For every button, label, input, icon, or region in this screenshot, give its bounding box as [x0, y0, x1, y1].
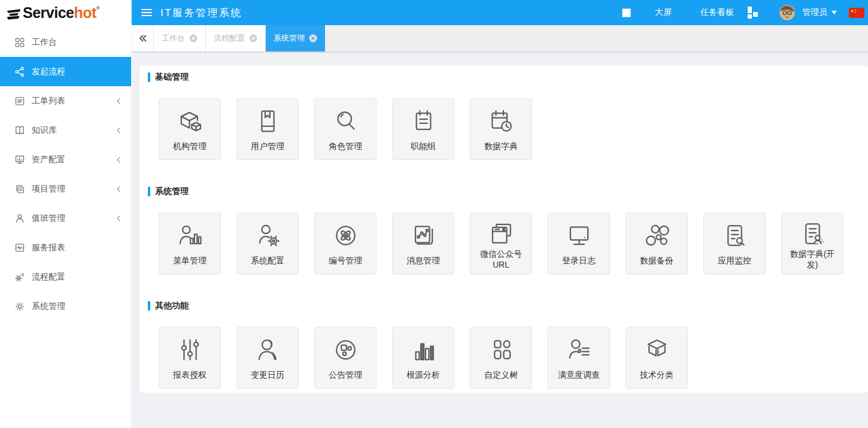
- tab-close-icon[interactable]: [189, 34, 198, 43]
- china-flag-icon[interactable]: [849, 8, 864, 18]
- card-app-monitor[interactable]: 应用监控: [703, 213, 766, 274]
- fullscreen-icon[interactable]: [622, 8, 631, 17]
- big-screen-button[interactable]: 大屏: [655, 7, 672, 18]
- card-root-cause-analysis[interactable]: 根源分析: [392, 327, 454, 388]
- sidebar-item-label: 系统管理: [32, 301, 65, 312]
- work-order-icon: [14, 96, 25, 107]
- card-role-management[interactable]: 角色管理: [314, 98, 377, 160]
- content-panel: 基础管理 机构管理 用户管理: [139, 66, 868, 393]
- section-accent-bar: [148, 301, 150, 311]
- card-label: 登录日志: [548, 252, 609, 274]
- card-label: 报表授权: [159, 366, 220, 388]
- card-row: 机构管理 用户管理 角色管理: [159, 98, 868, 160]
- sidebar: Servicehot® 工作台 发起流程 工单列表: [0, 0, 132, 428]
- card-function-group[interactable]: 职能组: [392, 98, 454, 160]
- tab-system-management[interactable]: 系统管理: [266, 25, 325, 51]
- card-label: 用户管理: [237, 138, 298, 159]
- content-area: 基础管理 机构管理 用户管理: [132, 53, 868, 428]
- chevron-left-icon: [116, 215, 122, 222]
- card-org-management[interactable]: 机构管理: [159, 98, 221, 160]
- role-magnifier-icon: [332, 108, 359, 135]
- sidebar-item-system-management[interactable]: 系统管理: [0, 292, 131, 321]
- user-menu[interactable]: 管理员: [802, 7, 837, 18]
- card-label: 消息管理: [393, 252, 454, 274]
- card-data-dictionary[interactable]: 数据字典: [470, 98, 532, 160]
- card-login-log[interactable]: 登录日志: [548, 213, 610, 274]
- section-accent-bar: [148, 187, 150, 196]
- project-docs-icon: [14, 184, 25, 195]
- app-title: IT服务管理系统: [160, 6, 242, 20]
- card-label: 根源分析: [393, 366, 454, 388]
- sidebar-item-work-orders[interactable]: 工单列表: [0, 86, 131, 116]
- tab-close-icon[interactable]: [249, 34, 257, 43]
- user-avatar[interactable]: [779, 5, 795, 20]
- sidebar-item-knowledge-base[interactable]: 知识库: [0, 116, 131, 145]
- card-wechat-url[interactable]: 微信公众号URL: [470, 213, 532, 274]
- duty-person-icon: [14, 213, 25, 224]
- sidebar-item-service-reports[interactable]: 服务报表: [0, 233, 131, 262]
- knowledge-base-icon: [14, 125, 25, 136]
- wechat-windows-icon: [488, 220, 515, 247]
- tab-bar: 工作台 流程配置 系统管理: [132, 25, 868, 53]
- card-label: 满意度调查: [548, 366, 609, 388]
- card-data-backup[interactable]: 数据备份: [626, 213, 688, 274]
- card-label: 微信公众号URL: [471, 249, 532, 274]
- card-system-config[interactable]: 系统配置: [236, 213, 299, 274]
- card-tech-classification[interactable]: 技术分类: [626, 327, 688, 388]
- card-label: 应用监控: [704, 252, 765, 274]
- card-data-dictionary-dev[interactable]: 数据字典(开发): [781, 213, 843, 274]
- logo-hot: hot: [74, 4, 96, 21]
- person-double-icon: [254, 336, 281, 363]
- tab-workbench[interactable]: 工作台: [154, 25, 206, 51]
- section-title: 其他功能: [155, 300, 189, 311]
- card-message-management[interactable]: 消息管理: [392, 213, 454, 274]
- hamburger-menu-icon[interactable]: [141, 8, 152, 17]
- sidebar-item-asset-config[interactable]: 资产配置: [0, 145, 131, 174]
- atom-icon: [332, 222, 359, 249]
- section-system-management: 系统管理 菜单管理 系统配置: [139, 186, 868, 274]
- sidebar-item-start-process[interactable]: 发起流程: [0, 57, 131, 86]
- collapse-tabs-button[interactable]: [132, 25, 154, 51]
- task-board-button[interactable]: 任务看板: [700, 7, 734, 18]
- sidebar-item-label: 工单列表: [32, 96, 65, 107]
- dashboard-layout-icon[interactable]: [747, 6, 759, 20]
- username: 管理员: [802, 7, 827, 18]
- sidebar-item-label: 发起流程: [32, 66, 65, 77]
- sidebar-item-process-config[interactable]: 流程配置: [0, 262, 131, 292]
- tab-process-config[interactable]: 流程配置: [206, 25, 266, 51]
- card-row: 报表授权 变更日历 公告管理: [159, 327, 868, 388]
- header-actions: 大屏 任务看板 管理员: [622, 5, 868, 20]
- sidebar-item-duty-management[interactable]: 值班管理: [0, 204, 131, 233]
- section-other-functions: 其他功能 报表授权 变更日历: [139, 300, 868, 388]
- logo-s-icon: [6, 7, 22, 22]
- card-user-management[interactable]: 用户管理: [236, 98, 299, 160]
- card-custom-tree[interactable]: 自定义树: [470, 327, 532, 388]
- card-number-management[interactable]: 编号管理: [314, 213, 377, 274]
- section-header: 基础管理: [148, 72, 868, 83]
- asset-config-icon: [14, 154, 25, 165]
- sidebar-item-workbench[interactable]: 工作台: [0, 28, 131, 57]
- tab-label: 流程配置: [214, 33, 245, 44]
- doc-person-icon: [799, 220, 826, 247]
- section-title: 系统管理: [155, 186, 189, 197]
- sidebar-item-project-management[interactable]: 项目管理: [0, 174, 131, 204]
- card-satisfaction-survey[interactable]: 满意度调查: [548, 327, 610, 388]
- card-report-authorization[interactable]: 报表授权: [159, 327, 221, 388]
- card-change-calendar[interactable]: 变更日历: [236, 327, 299, 388]
- card-menu-management[interactable]: 菜单管理: [159, 213, 221, 274]
- card-announcement-management[interactable]: 公告管理: [314, 327, 377, 388]
- chevron-left-icon: [116, 98, 122, 105]
- calendar-clock-icon: [488, 108, 515, 135]
- tab-close-icon[interactable]: [309, 34, 317, 43]
- user-book-icon: [254, 108, 281, 135]
- circle-squares-icon: [332, 336, 359, 363]
- caret-down-icon: [831, 11, 837, 14]
- chevron-left-icon: [116, 156, 122, 163]
- card-label: 职能组: [393, 138, 454, 159]
- monitor-icon: [566, 222, 593, 249]
- org-cubes-icon: [177, 108, 204, 135]
- brand-logo: Servicehot®: [0, 0, 131, 25]
- grid-icon: [14, 37, 25, 48]
- logo-text: Servicehot®: [23, 4, 99, 21]
- backup-circles-icon: [644, 222, 670, 249]
